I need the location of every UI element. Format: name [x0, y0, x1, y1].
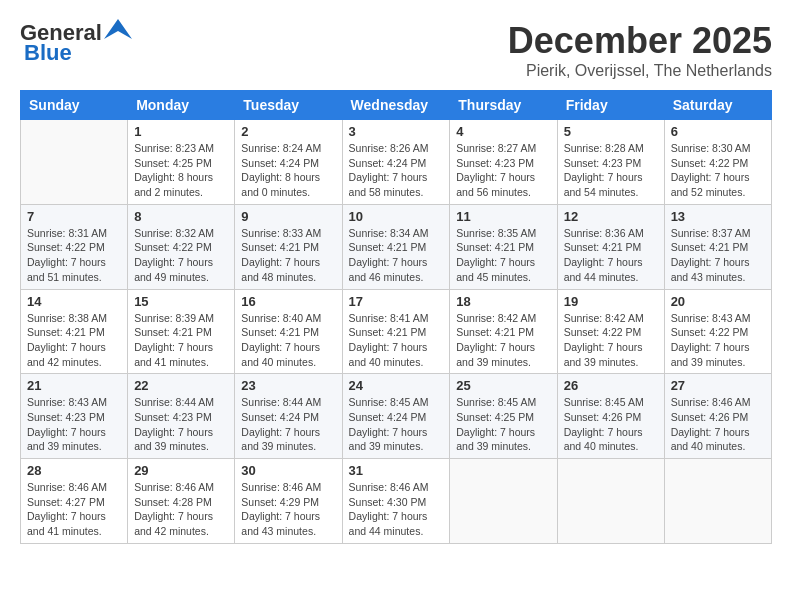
cell-sun-info: Sunrise: 8:46 AMSunset: 4:28 PMDaylight:… — [134, 480, 228, 539]
day-number: 16 — [241, 294, 335, 309]
calendar-cell: 8Sunrise: 8:32 AMSunset: 4:22 PMDaylight… — [128, 204, 235, 289]
calendar-header-row: SundayMondayTuesdayWednesdayThursdayFrid… — [21, 91, 772, 120]
calendar-cell: 28Sunrise: 8:46 AMSunset: 4:27 PMDayligh… — [21, 459, 128, 544]
calendar-cell: 25Sunrise: 8:45 AMSunset: 4:25 PMDayligh… — [450, 374, 557, 459]
calendar-week-row: 7Sunrise: 8:31 AMSunset: 4:22 PMDaylight… — [21, 204, 772, 289]
cell-sun-info: Sunrise: 8:33 AMSunset: 4:21 PMDaylight:… — [241, 226, 335, 285]
cell-sun-info: Sunrise: 8:34 AMSunset: 4:21 PMDaylight:… — [349, 226, 444, 285]
cell-sun-info: Sunrise: 8:46 AMSunset: 4:29 PMDaylight:… — [241, 480, 335, 539]
calendar-cell: 17Sunrise: 8:41 AMSunset: 4:21 PMDayligh… — [342, 289, 450, 374]
cell-sun-info: Sunrise: 8:42 AMSunset: 4:22 PMDaylight:… — [564, 311, 658, 370]
calendar-cell: 10Sunrise: 8:34 AMSunset: 4:21 PMDayligh… — [342, 204, 450, 289]
header: General Blue December 2025 Pierik, Overi… — [20, 20, 772, 80]
calendar-cell: 14Sunrise: 8:38 AMSunset: 4:21 PMDayligh… — [21, 289, 128, 374]
day-number: 8 — [134, 209, 228, 224]
day-number: 5 — [564, 124, 658, 139]
calendar-cell: 6Sunrise: 8:30 AMSunset: 4:22 PMDaylight… — [664, 120, 771, 205]
cell-sun-info: Sunrise: 8:45 AMSunset: 4:26 PMDaylight:… — [564, 395, 658, 454]
location-subtitle: Pierik, Overijssel, The Netherlands — [508, 62, 772, 80]
cell-sun-info: Sunrise: 8:27 AMSunset: 4:23 PMDaylight:… — [456, 141, 550, 200]
cell-sun-info: Sunrise: 8:44 AMSunset: 4:23 PMDaylight:… — [134, 395, 228, 454]
calendar-cell: 1Sunrise: 8:23 AMSunset: 4:25 PMDaylight… — [128, 120, 235, 205]
day-number: 2 — [241, 124, 335, 139]
calendar-cell: 2Sunrise: 8:24 AMSunset: 4:24 PMDaylight… — [235, 120, 342, 205]
calendar-cell: 16Sunrise: 8:40 AMSunset: 4:21 PMDayligh… — [235, 289, 342, 374]
cell-sun-info: Sunrise: 8:45 AMSunset: 4:24 PMDaylight:… — [349, 395, 444, 454]
calendar-cell: 20Sunrise: 8:43 AMSunset: 4:22 PMDayligh… — [664, 289, 771, 374]
day-number: 3 — [349, 124, 444, 139]
calendar-cell: 12Sunrise: 8:36 AMSunset: 4:21 PMDayligh… — [557, 204, 664, 289]
calendar-cell — [557, 459, 664, 544]
cell-sun-info: Sunrise: 8:24 AMSunset: 4:24 PMDaylight:… — [241, 141, 335, 200]
day-number: 31 — [349, 463, 444, 478]
cell-sun-info: Sunrise: 8:46 AMSunset: 4:26 PMDaylight:… — [671, 395, 765, 454]
logo-bird-icon — [104, 19, 132, 39]
cell-sun-info: Sunrise: 8:37 AMSunset: 4:21 PMDaylight:… — [671, 226, 765, 285]
day-number: 12 — [564, 209, 658, 224]
day-number: 11 — [456, 209, 550, 224]
cell-sun-info: Sunrise: 8:40 AMSunset: 4:21 PMDaylight:… — [241, 311, 335, 370]
logo: General Blue — [20, 20, 132, 66]
calendar-week-row: 14Sunrise: 8:38 AMSunset: 4:21 PMDayligh… — [21, 289, 772, 374]
calendar-cell: 15Sunrise: 8:39 AMSunset: 4:21 PMDayligh… — [128, 289, 235, 374]
calendar-cell: 27Sunrise: 8:46 AMSunset: 4:26 PMDayligh… — [664, 374, 771, 459]
calendar-cell: 22Sunrise: 8:44 AMSunset: 4:23 PMDayligh… — [128, 374, 235, 459]
cell-sun-info: Sunrise: 8:38 AMSunset: 4:21 PMDaylight:… — [27, 311, 121, 370]
calendar-cell: 5Sunrise: 8:28 AMSunset: 4:23 PMDaylight… — [557, 120, 664, 205]
column-header-thursday: Thursday — [450, 91, 557, 120]
calendar-cell: 9Sunrise: 8:33 AMSunset: 4:21 PMDaylight… — [235, 204, 342, 289]
day-number: 10 — [349, 209, 444, 224]
calendar-cell: 21Sunrise: 8:43 AMSunset: 4:23 PMDayligh… — [21, 374, 128, 459]
day-number: 17 — [349, 294, 444, 309]
svg-marker-0 — [104, 19, 132, 39]
cell-sun-info: Sunrise: 8:23 AMSunset: 4:25 PMDaylight:… — [134, 141, 228, 200]
calendar-cell: 23Sunrise: 8:44 AMSunset: 4:24 PMDayligh… — [235, 374, 342, 459]
day-number: 30 — [241, 463, 335, 478]
logo-blue: Blue — [20, 40, 72, 66]
day-number: 6 — [671, 124, 765, 139]
calendar-cell — [21, 120, 128, 205]
cell-sun-info: Sunrise: 8:41 AMSunset: 4:21 PMDaylight:… — [349, 311, 444, 370]
cell-sun-info: Sunrise: 8:32 AMSunset: 4:22 PMDaylight:… — [134, 226, 228, 285]
calendar-cell: 31Sunrise: 8:46 AMSunset: 4:30 PMDayligh… — [342, 459, 450, 544]
cell-sun-info: Sunrise: 8:31 AMSunset: 4:22 PMDaylight:… — [27, 226, 121, 285]
calendar-cell: 4Sunrise: 8:27 AMSunset: 4:23 PMDaylight… — [450, 120, 557, 205]
cell-sun-info: Sunrise: 8:39 AMSunset: 4:21 PMDaylight:… — [134, 311, 228, 370]
calendar-cell: 3Sunrise: 8:26 AMSunset: 4:24 PMDaylight… — [342, 120, 450, 205]
cell-sun-info: Sunrise: 8:35 AMSunset: 4:21 PMDaylight:… — [456, 226, 550, 285]
day-number: 29 — [134, 463, 228, 478]
day-number: 7 — [27, 209, 121, 224]
column-header-tuesday: Tuesday — [235, 91, 342, 120]
calendar-cell: 30Sunrise: 8:46 AMSunset: 4:29 PMDayligh… — [235, 459, 342, 544]
cell-sun-info: Sunrise: 8:30 AMSunset: 4:22 PMDaylight:… — [671, 141, 765, 200]
cell-sun-info: Sunrise: 8:46 AMSunset: 4:27 PMDaylight:… — [27, 480, 121, 539]
calendar-cell: 26Sunrise: 8:45 AMSunset: 4:26 PMDayligh… — [557, 374, 664, 459]
calendar-cell: 11Sunrise: 8:35 AMSunset: 4:21 PMDayligh… — [450, 204, 557, 289]
calendar-cell — [664, 459, 771, 544]
calendar-cell: 19Sunrise: 8:42 AMSunset: 4:22 PMDayligh… — [557, 289, 664, 374]
column-header-friday: Friday — [557, 91, 664, 120]
day-number: 4 — [456, 124, 550, 139]
cell-sun-info: Sunrise: 8:44 AMSunset: 4:24 PMDaylight:… — [241, 395, 335, 454]
cell-sun-info: Sunrise: 8:43 AMSunset: 4:23 PMDaylight:… — [27, 395, 121, 454]
cell-sun-info: Sunrise: 8:26 AMSunset: 4:24 PMDaylight:… — [349, 141, 444, 200]
calendar-table: SundayMondayTuesdayWednesdayThursdayFrid… — [20, 90, 772, 544]
cell-sun-info: Sunrise: 8:42 AMSunset: 4:21 PMDaylight:… — [456, 311, 550, 370]
day-number: 20 — [671, 294, 765, 309]
day-number: 27 — [671, 378, 765, 393]
month-title: December 2025 — [508, 20, 772, 62]
calendar-cell: 7Sunrise: 8:31 AMSunset: 4:22 PMDaylight… — [21, 204, 128, 289]
day-number: 13 — [671, 209, 765, 224]
title-area: December 2025 Pierik, Overijssel, The Ne… — [508, 20, 772, 80]
day-number: 22 — [134, 378, 228, 393]
calendar-week-row: 21Sunrise: 8:43 AMSunset: 4:23 PMDayligh… — [21, 374, 772, 459]
cell-sun-info: Sunrise: 8:43 AMSunset: 4:22 PMDaylight:… — [671, 311, 765, 370]
day-number: 28 — [27, 463, 121, 478]
day-number: 14 — [27, 294, 121, 309]
day-number: 25 — [456, 378, 550, 393]
day-number: 1 — [134, 124, 228, 139]
day-number: 18 — [456, 294, 550, 309]
day-number: 23 — [241, 378, 335, 393]
cell-sun-info: Sunrise: 8:46 AMSunset: 4:30 PMDaylight:… — [349, 480, 444, 539]
cell-sun-info: Sunrise: 8:28 AMSunset: 4:23 PMDaylight:… — [564, 141, 658, 200]
